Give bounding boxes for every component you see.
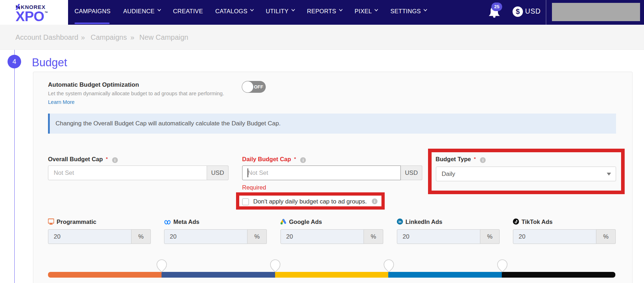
svg-text:in: in (399, 220, 402, 224)
svg-text:TM: TM (45, 11, 48, 13)
svg-text:XPO: XPO (16, 9, 44, 24)
